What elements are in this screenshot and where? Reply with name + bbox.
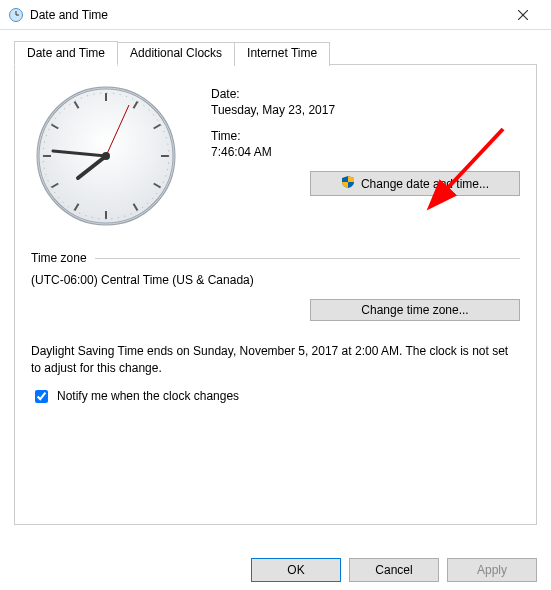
- tab-internet-time[interactable]: Internet Time: [234, 42, 330, 66]
- titlebar: Date and Time: [0, 0, 551, 30]
- clock-app-icon: [8, 7, 24, 23]
- time-label: Time:: [211, 129, 520, 143]
- ok-button[interactable]: OK: [251, 558, 341, 582]
- change-date-time-button[interactable]: Change date and time...: [310, 171, 520, 196]
- tab-panel-date-and-time: Date: Tuesday, May 23, 2017 Time: 7:46:0…: [14, 65, 537, 525]
- cancel-button[interactable]: Cancel: [349, 558, 439, 582]
- timezone-section-label: Time zone: [31, 251, 87, 265]
- notify-clock-changes-label: Notify me when the clock changes: [57, 389, 239, 403]
- tab-strip: Date and Time Additional Clocks Internet…: [14, 40, 537, 65]
- close-button[interactable]: [503, 1, 543, 29]
- tab-additional-clocks[interactable]: Additional Clocks: [117, 42, 235, 66]
- change-timezone-button[interactable]: Change time zone...: [310, 299, 520, 321]
- section-divider: [95, 258, 520, 259]
- uac-shield-icon: [341, 175, 355, 192]
- button-label: Apply: [477, 563, 507, 577]
- button-label: Change time zone...: [361, 303, 468, 317]
- dst-info-text: Daylight Saving Time ends on Sunday, Nov…: [31, 343, 520, 377]
- button-label: OK: [287, 563, 304, 577]
- time-value: 7:46:04 AM: [211, 145, 520, 159]
- tab-date-and-time[interactable]: Date and Time: [14, 41, 118, 65]
- date-label: Date:: [211, 87, 520, 101]
- button-label: Cancel: [375, 563, 412, 577]
- tab-label: Additional Clocks: [130, 46, 222, 60]
- notify-clock-changes-checkbox[interactable]: [35, 390, 48, 403]
- analog-clock: [31, 81, 181, 231]
- timezone-value: (UTC-06:00) Central Time (US & Canada): [31, 273, 520, 287]
- tab-label: Internet Time: [247, 46, 317, 60]
- window-title: Date and Time: [30, 8, 503, 22]
- tab-label: Date and Time: [27, 46, 105, 60]
- apply-button[interactable]: Apply: [447, 558, 537, 582]
- date-value: Tuesday, May 23, 2017: [211, 103, 520, 117]
- svg-point-23: [102, 152, 110, 160]
- button-label: Change date and time...: [361, 177, 489, 191]
- dialog-footer: OK Cancel Apply: [251, 558, 537, 582]
